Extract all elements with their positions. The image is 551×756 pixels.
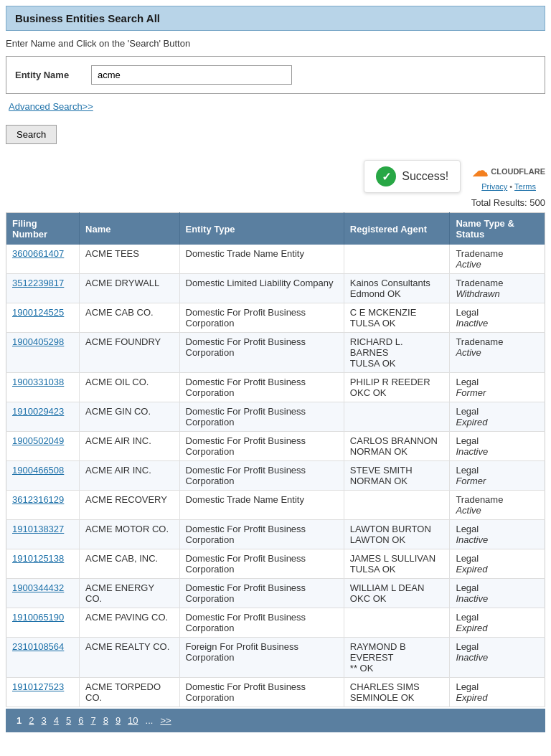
registered-agent-cell	[344, 608, 450, 638]
status-badge: Expired	[456, 692, 487, 703]
table-row: 1900466508ACME AIR INC.Domestic For Prof…	[6, 461, 545, 491]
advanced-search-link[interactable]: Advanced Search>>	[9, 101, 93, 112]
filing-number-link[interactable]: 1910029423	[12, 406, 64, 417]
entity-type-cell: Domestic For Profit Business Corporation	[179, 432, 344, 461]
status-badge: Inactive	[456, 593, 488, 604]
search-button[interactable]: Search	[6, 125, 57, 144]
name-type-status-cell: LegalInactive	[450, 303, 545, 333]
name-type-status-cell: LegalInactive	[450, 432, 545, 461]
registered-agent-cell: CARLOS BRANNONNORMAN OK	[344, 432, 450, 461]
col-filing-number: Filing Number	[6, 213, 80, 245]
status-badge: Expired	[456, 564, 487, 575]
entity-name-cell: ACME DRYWALL	[80, 274, 179, 303]
filing-number-cell: 3512239817	[6, 274, 80, 303]
entity-name-cell: ACME OIL CO.	[80, 373, 179, 402]
filing-number-link[interactable]: 1910065190	[12, 612, 64, 623]
pagination-page-1[interactable]: 1	[14, 714, 24, 727]
filing-number-link[interactable]: 1900331038	[12, 377, 64, 387]
status-badge: Inactive	[456, 534, 488, 545]
filing-number-cell: 1910138327	[6, 520, 80, 549]
table-row: 1900344432ACME ENERGY CO.Domestic For Pr…	[6, 579, 545, 608]
name-type-status-cell: TradenameWithdrawn	[450, 274, 545, 303]
success-icon: ✓	[376, 166, 396, 186]
table-row: 1900124525ACME CAB CO.Domestic For Profi…	[6, 303, 545, 333]
pagination-page-6[interactable]: 6	[76, 714, 85, 727]
entity-name-cell: ACME TORPEDO CO.	[80, 678, 179, 707]
table-row: 1900331038ACME OIL CO.Domestic For Profi…	[6, 373, 545, 402]
entity-name-input[interactable]	[91, 65, 292, 85]
pagination-page-5[interactable]: 5	[64, 714, 73, 727]
entity-type-cell: Domestic For Profit Business Corporation	[179, 303, 344, 333]
filing-number-link[interactable]: 1910127523	[12, 681, 64, 692]
cloudflare-box: ☁ CLOUDFLARE Privacy • Terms	[472, 162, 545, 191]
filing-number-cell: 1900405298	[6, 333, 80, 373]
cloudflare-terms-link[interactable]: Terms	[514, 182, 536, 191]
entity-name-cell: ACME GIN CO.	[80, 402, 179, 432]
filing-number-cell: 1910127523	[6, 678, 80, 707]
registered-agent-cell: Kainos ConsultantsEdmond OK	[344, 274, 450, 303]
name-type-status-cell: LegalInactive	[450, 579, 545, 608]
table-header-row: Filing Number Name Entity Type Registere…	[6, 213, 545, 245]
name-type-status-cell: LegalFormer	[450, 373, 545, 402]
filing-number-cell: 1900124525	[6, 303, 80, 333]
entity-name-cell: ACME MOTOR CO.	[80, 520, 179, 549]
entity-type-cell: Domestic For Profit Business Corporation	[179, 549, 344, 579]
entity-type-cell: Domestic For Profit Business Corporation	[179, 461, 344, 491]
entity-type-cell: Domestic For Profit Business Corporation	[179, 608, 344, 638]
filing-number-link[interactable]: 3600661407	[12, 248, 64, 259]
name-type: Tradename	[456, 494, 503, 505]
name-type: Legal	[456, 681, 479, 692]
results-table: Filing Number Name Entity Type Registere…	[6, 212, 545, 707]
registered-agent-cell: C E MCKENZIETULSA OK	[344, 303, 450, 333]
cloudflare-links: Privacy • Terms	[481, 182, 536, 191]
name-type: Tradename	[456, 248, 503, 259]
status-badge: Expired	[456, 417, 487, 427]
filing-number-link[interactable]: 3512239817	[12, 278, 64, 288]
entity-type-cell: Domestic Trade Name Entity	[179, 245, 344, 274]
table-row: 1910127523ACME TORPEDO CO.Domestic For P…	[6, 678, 545, 707]
name-type: Tradename	[456, 336, 503, 347]
filing-number-link[interactable]: 1900405298	[12, 336, 64, 347]
table-row: 1910065190ACME PAVING CO.Domestic For Pr…	[6, 608, 545, 638]
table-row: 1910138327ACME MOTOR CO.Domestic For Pro…	[6, 520, 545, 549]
name-type-status-cell: LegalExpired	[450, 402, 545, 432]
entity-type-cell: Domestic Trade Name Entity	[179, 491, 344, 520]
filing-number-link[interactable]: 1900466508	[12, 465, 64, 476]
filing-number-link[interactable]: 1900344432	[12, 582, 64, 593]
pagination-page-2[interactable]: 2	[27, 714, 36, 727]
cloudflare-cloud-icon: ☁	[472, 162, 488, 181]
pagination-page-3[interactable]: 3	[39, 714, 48, 727]
success-cloudflare-row: ✓ Success! ☁ CLOUDFLARE Privacy • Terms	[6, 160, 545, 193]
name-type: Tradename	[456, 278, 503, 288]
filing-number-cell: 1900502049	[6, 432, 80, 461]
name-type-status-cell: LegalFormer	[450, 461, 545, 491]
pagination-page-10[interactable]: 10	[126, 714, 140, 727]
pagination-page-9[interactable]: 9	[113, 714, 123, 727]
registered-agent-cell	[344, 491, 450, 520]
filing-number-link[interactable]: 1910138327	[12, 524, 64, 534]
filing-number-link[interactable]: 3612316129	[12, 494, 64, 505]
status-badge: Former	[456, 387, 486, 398]
success-badge: ✓ Success!	[364, 160, 461, 193]
pagination-page-8[interactable]: 8	[101, 714, 110, 727]
pagination-page-7[interactable]: 7	[88, 714, 98, 727]
pagination-next[interactable]: >>	[158, 714, 173, 727]
registered-agent-cell	[344, 402, 450, 432]
advanced-search-container: Advanced Search>>	[6, 101, 545, 119]
page-title: Business Entities Search All	[15, 12, 160, 24]
filing-number-link[interactable]: 1900502049	[12, 435, 64, 446]
filing-number-link[interactable]: 2310108564	[12, 641, 64, 652]
entity-type-cell: Domestic For Profit Business Corporation	[179, 402, 344, 432]
cloudflare-privacy-link[interactable]: Privacy	[481, 182, 507, 191]
name-type: Legal	[456, 582, 479, 593]
total-results: Total Results: 500	[6, 197, 545, 208]
name-type: Legal	[456, 406, 479, 417]
filing-number-cell: 1910065190	[6, 608, 80, 638]
search-instructions: Enter Name and Click on the 'Search' But…	[6, 38, 545, 49]
filing-number-link[interactable]: 1900124525	[12, 307, 64, 318]
name-type-status-cell: TradenameActive	[450, 333, 545, 373]
filing-number-link[interactable]: 1910125138	[12, 553, 64, 564]
registered-agent-cell: CHARLES SIMSSEMINOLE OK	[344, 678, 450, 707]
pagination-page-4[interactable]: 4	[52, 714, 61, 727]
entity-name-cell: ACME REALTY CO.	[80, 638, 179, 678]
